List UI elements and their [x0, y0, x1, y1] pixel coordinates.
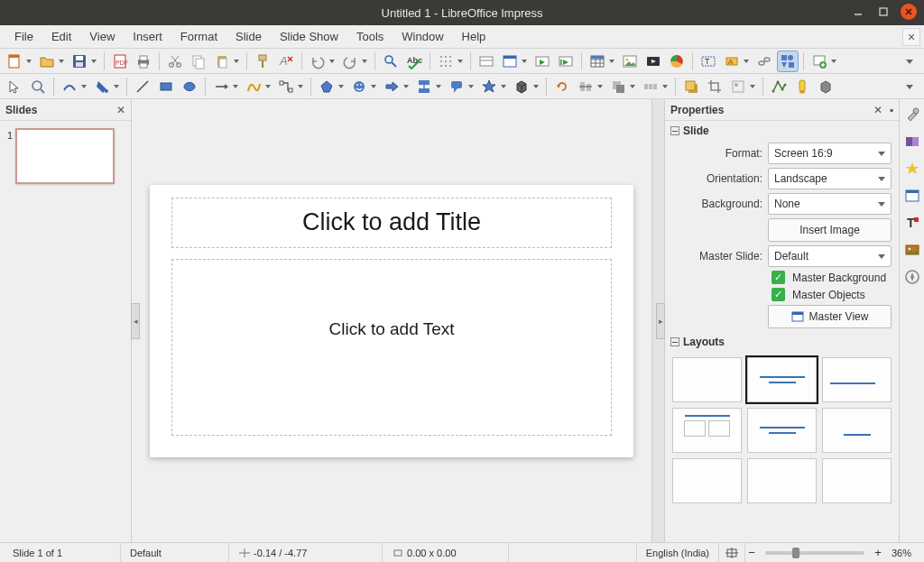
menu-slide[interactable]: Slide — [226, 27, 271, 46]
start-current-button[interactable] — [555, 51, 577, 72]
save-button[interactable] — [69, 51, 99, 72]
zoom-tool[interactable] — [27, 76, 49, 97]
connector-tool[interactable] — [275, 76, 306, 97]
redo-button[interactable] — [339, 51, 370, 72]
master-background-checkbox[interactable]: ✓ — [772, 271, 785, 284]
paste-button[interactable] — [211, 51, 242, 72]
flowchart-tool[interactable] — [413, 76, 444, 97]
master-view-button[interactable]: Master View — [768, 305, 892, 328]
show-draw-functions-button[interactable] — [777, 51, 799, 72]
layout-title-only[interactable] — [822, 357, 892, 402]
extrusion-button[interactable] — [815, 76, 836, 97]
orientation-select[interactable]: Landscape — [768, 168, 892, 189]
fit-slide-button[interactable] — [719, 543, 745, 562]
slide-canvas[interactable]: Click to add Title Click to add Text — [150, 185, 633, 457]
format-select[interactable]: Screen 16:9 — [768, 143, 892, 164]
line-tool[interactable] — [132, 76, 153, 97]
rotate-tool[interactable] — [551, 76, 573, 97]
menu-window[interactable]: Window — [393, 27, 452, 46]
status-language[interactable]: English (India) — [637, 543, 719, 562]
menu-file[interactable]: File — [5, 27, 42, 46]
line-color-button[interactable] — [59, 76, 89, 97]
layout-title-content-2[interactable] — [747, 408, 817, 453]
select-tool[interactable] — [4, 76, 25, 97]
new-document-button[interactable] — [4, 51, 34, 72]
menu-insert[interactable]: Insert — [124, 27, 171, 46]
rail-master-slides-icon[interactable] — [902, 186, 922, 206]
menu-tools[interactable]: Tools — [347, 27, 393, 46]
clone-formatting-button[interactable] — [252, 51, 273, 72]
collapse-icon[interactable] — [670, 337, 679, 346]
curve-tool[interactable] — [243, 76, 273, 97]
insert-table-button[interactable] — [587, 51, 617, 72]
title-placeholder[interactable]: Click to add Title — [171, 198, 612, 248]
undo-button[interactable] — [307, 51, 337, 72]
insert-textbox-button[interactable]: T — [698, 51, 719, 72]
menu-help[interactable]: Help — [453, 27, 495, 46]
collapse-icon[interactable] — [670, 126, 679, 135]
gluepoints-tool[interactable] — [791, 76, 813, 97]
symbol-shapes-tool[interactable] — [348, 76, 379, 97]
zoom-slider[interactable] — [765, 551, 864, 555]
rail-navigator-icon[interactable] — [902, 267, 922, 287]
background-select[interactable]: None — [768, 193, 892, 215]
maximize-button[interactable] — [875, 4, 892, 20]
master-slide-button[interactable] — [499, 51, 530, 72]
new-slide-button[interactable] — [808, 51, 839, 72]
drawing-toolbar-overflow[interactable] — [899, 76, 920, 97]
slide-thumb[interactable]: 1 — [7, 128, 124, 184]
arrow-tool[interactable] — [210, 76, 241, 97]
layout-extra-2[interactable] — [747, 458, 817, 503]
align-objects-button[interactable] — [575, 76, 605, 97]
stars-tool[interactable] — [478, 76, 509, 97]
insert-fontwork-button[interactable]: A — [721, 51, 752, 72]
text-placeholder[interactable]: Click to add Text — [171, 259, 612, 436]
display-grid-button[interactable] — [435, 51, 466, 72]
print-button[interactable] — [133, 51, 154, 72]
open-button[interactable] — [36, 51, 67, 72]
spellcheck-button[interactable]: Abc — [403, 51, 425, 72]
start-beginning-button[interactable] — [531, 51, 553, 72]
insert-hyperlink-button[interactable] — [753, 51, 775, 72]
properties-close-icon[interactable]: ✕ — [873, 104, 882, 116]
close-button[interactable] — [901, 4, 917, 20]
layout-centered[interactable] — [822, 408, 892, 453]
layout-extra-3[interactable] — [822, 458, 892, 503]
rail-animation-icon[interactable] — [902, 159, 922, 179]
shadow-button[interactable] — [680, 76, 702, 97]
display-views-button[interactable] — [476, 51, 497, 72]
export-pdf-button[interactable]: PDF — [109, 51, 131, 72]
layout-two-content[interactable] — [672, 408, 742, 453]
crop-button[interactable] — [704, 76, 725, 97]
insert-image-button[interactable] — [619, 51, 641, 72]
menu-slideshow[interactable]: Slide Show — [271, 27, 347, 46]
fill-color-button[interactable] — [91, 76, 122, 97]
zoom-value[interactable]: 36% — [884, 543, 920, 562]
properties-dock-icon[interactable]: ▪ — [890, 104, 893, 116]
find-replace-button[interactable] — [380, 51, 402, 72]
filter-button[interactable] — [727, 76, 758, 97]
ellipse-tool[interactable] — [179, 76, 200, 97]
layout-blank[interactable] — [672, 357, 742, 402]
menu-view[interactable]: View — [80, 27, 124, 46]
rail-gallery-icon[interactable] — [902, 240, 922, 260]
copy-button[interactable] — [188, 51, 209, 72]
distribute-button[interactable] — [640, 76, 670, 97]
master-slide-select[interactable]: Default — [768, 245, 892, 267]
cut-button[interactable] — [164, 51, 186, 72]
clear-formatting-button[interactable]: A — [275, 51, 297, 72]
right-splitter-handle[interactable]: ▸ — [656, 303, 665, 339]
menu-format[interactable]: Format — [171, 27, 226, 46]
zoom-out-button[interactable]: − — [745, 546, 758, 559]
zoom-in-button[interactable]: + — [872, 546, 884, 559]
insert-image-button[interactable]: Insert Image — [768, 218, 892, 242]
points-tool[interactable] — [768, 76, 790, 97]
layout-title-content[interactable] — [747, 357, 817, 402]
rail-slide-transition-icon[interactable] — [902, 132, 922, 152]
master-objects-checkbox[interactable]: ✓ — [772, 288, 785, 301]
rail-styles-icon[interactable]: T — [902, 213, 922, 233]
insert-av-button[interactable] — [642, 51, 664, 72]
block-arrows-tool[interactable] — [381, 76, 411, 97]
rectangle-tool[interactable] — [155, 76, 177, 97]
menu-edit[interactable]: Edit — [42, 27, 80, 46]
